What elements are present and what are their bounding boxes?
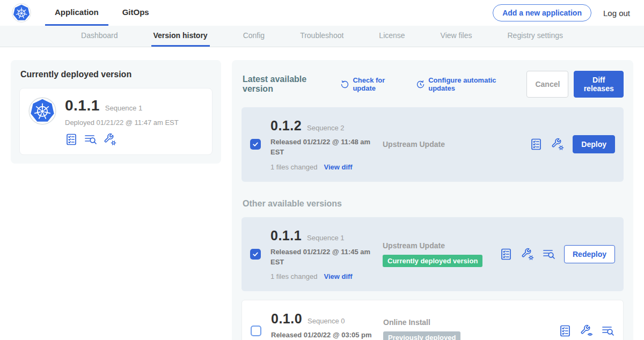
tab-gitops[interactable]: GitOps	[113, 0, 159, 26]
sequence-label: Sequence 0	[308, 317, 345, 325]
released-timestamp: Released 01/21/22 @ 11:48 am EST	[270, 137, 372, 158]
edit-config-icon[interactable]	[551, 138, 564, 151]
preflight-checks-icon[interactable]	[500, 248, 513, 261]
edit-config-icon[interactable]	[104, 133, 116, 146]
currently-deployed-panel: Currently deployed version 0.1.1 Sequenc…	[11, 60, 221, 164]
subnav-tab-version-history[interactable]: Version history	[151, 26, 210, 47]
tab-application[interactable]: Application	[45, 0, 108, 26]
release-notes-icon[interactable]	[602, 324, 614, 337]
kubernetes-logo-icon	[12, 3, 31, 23]
other-available-versions-title: Other available versions	[243, 199, 624, 209]
view-config-icon[interactable]	[580, 324, 593, 337]
refresh-icon	[340, 80, 349, 89]
preflight-checks-icon[interactable]	[530, 138, 543, 151]
version-checkbox[interactable]	[250, 249, 261, 260]
deploy-button[interactable]: Deploy	[573, 135, 615, 153]
deployed-timestamp: Deployed 01/21/22 @ 11:47 am EST	[65, 119, 179, 127]
released-timestamp: Released 01/21/22 @ 11:45 am EST	[270, 247, 372, 268]
version-row-0-1-0: 0.1.0 Sequence 0 Released 01/20/22 @ 03:…	[241, 300, 624, 340]
version-number: 0.1.1	[270, 228, 302, 243]
files-changed-label: 1 files changed	[270, 272, 317, 280]
check-for-update-link[interactable]: Check for update	[340, 76, 402, 92]
add-new-application-button[interactable]: Add a new application	[493, 4, 591, 21]
released-timestamp: Released 01/20/22 @ 03:05 pm EST	[271, 330, 373, 340]
checkmark-icon	[252, 250, 259, 258]
checkmark-icon	[252, 141, 259, 148]
top-navbar: Application GitOps Add a new application…	[0, 0, 644, 26]
app-subnav: Dashboard Version history Config Trouble…	[0, 26, 644, 47]
redeploy-button[interactable]: Redeploy	[564, 245, 615, 263]
sequence-label: Sequence 1	[307, 234, 344, 242]
version-number: 0.1.2	[270, 118, 302, 134]
version-source-label: Upstream Update	[383, 140, 530, 149]
subnav-tab-config[interactable]: Config	[241, 26, 267, 47]
deployed-version-card: 0.1.1 Sequence 1 Deployed 01/21/22 @ 11:…	[19, 88, 213, 155]
diff-releases-button[interactable]: Diff releases	[574, 71, 624, 98]
subnav-tab-registry-settings[interactable]: Registry settings	[506, 26, 565, 47]
version-history-page: Currently deployed version 0.1.1 Sequenc…	[0, 47, 644, 340]
configure-automatic-updates-link[interactable]: Configure automatic updates	[416, 76, 513, 92]
version-checkbox[interactable]	[250, 139, 261, 150]
version-row-0-1-2: 0.1.2 Sequence 2 Released 01/21/22 @ 11:…	[241, 107, 624, 182]
view-diff-link[interactable]: View diff	[324, 163, 352, 171]
view-diff-link[interactable]: View diff	[324, 272, 352, 280]
currently-deployed-badge: Currently deployed version	[383, 255, 482, 267]
version-checkbox[interactable]	[251, 326, 261, 336]
subnav-tab-dashboard[interactable]: Dashboard	[79, 26, 120, 47]
deployed-sequence-label: Sequence 1	[105, 104, 142, 112]
version-number: 0.1.0	[271, 311, 302, 327]
release-notes-icon[interactable]	[84, 133, 97, 146]
cancel-button[interactable]: Cancel	[526, 71, 568, 98]
app-logo	[12, 0, 31, 26]
kubernetes-app-icon	[28, 97, 56, 125]
edit-config-icon[interactable]	[521, 248, 534, 261]
version-source-label: Upstream Update	[383, 241, 500, 250]
tab-gitops-label: GitOps	[122, 8, 149, 17]
version-source-label: Online Install	[383, 318, 559, 327]
deployed-version-number: 0.1.1	[65, 97, 100, 114]
subnav-tab-license[interactable]: License	[377, 26, 407, 47]
latest-available-version-title: Latest available version	[243, 75, 328, 94]
logout-link[interactable]: Log out	[603, 9, 630, 18]
currently-deployed-title: Currently deployed version	[20, 70, 213, 79]
tab-application-label: Application	[55, 8, 99, 17]
subnav-tab-view-files[interactable]: View files	[438, 26, 474, 47]
version-row-0-1-1: 0.1.1 Sequence 1 Released 01/21/22 @ 11:…	[241, 217, 624, 292]
preflight-checks-icon[interactable]	[65, 133, 78, 146]
schedule-icon	[416, 80, 425, 89]
release-notes-icon[interactable]	[543, 248, 555, 261]
available-versions-panel: Latest available version Check for updat…	[232, 60, 633, 340]
subnav-tab-troubleshoot[interactable]: Troubleshoot	[298, 26, 346, 47]
files-changed-label: 1 files changed	[270, 163, 317, 171]
sequence-label: Sequence 2	[307, 124, 344, 132]
preflight-checks-icon[interactable]	[559, 324, 572, 337]
previously-deployed-badge: Previously deployed	[383, 331, 460, 340]
